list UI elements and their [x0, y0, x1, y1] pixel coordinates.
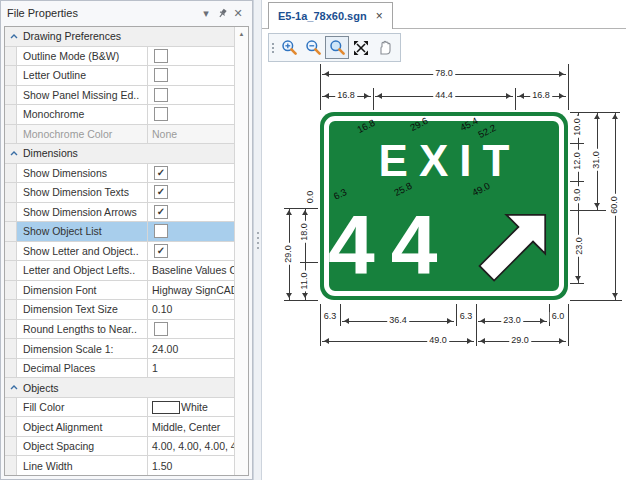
property-row[interactable]: Object AlignmentMiddle, Center [5, 417, 234, 437]
property-grid-rows: Drawing PreferencesOutline Mode (B&W)Let… [5, 27, 234, 475]
section-row[interactable]: Drawing Preferences [5, 27, 234, 47]
property-row[interactable]: Decimal Places1 [5, 359, 234, 379]
panel-splitter[interactable] [253, 0, 262, 480]
row-gutter [5, 359, 17, 378]
property-row[interactable]: Object Spacing4.00, 4.00, 4.00, 4.00 [5, 437, 234, 457]
property-value[interactable]: ✓ [148, 203, 234, 222]
section-label: Dimensions [23, 144, 78, 163]
close-icon[interactable]: ✕ [230, 5, 246, 21]
checkbox-checked[interactable]: ✓ [154, 185, 168, 199]
property-value-text: 0.10 [152, 303, 172, 315]
file-properties-panel: File Properties ▾ ✕ Drawing PreferencesO… [0, 0, 253, 480]
property-value[interactable] [148, 47, 234, 66]
pan-button[interactable] [373, 36, 397, 59]
property-value-text: 4.00, 4.00, 4.00, 4.00 [152, 440, 234, 452]
checkbox-checked[interactable]: ✓ [154, 205, 168, 219]
property-value[interactable]: None [148, 125, 234, 144]
property-row[interactable]: Letter and Object Lefts..Baseline Values… [5, 261, 234, 281]
property-value[interactable]: Highway SignCAD Plu [148, 281, 234, 300]
document-pane: E5-1a_78x60.sgn × [262, 0, 626, 480]
property-row[interactable]: Monochrome ColorNone [5, 125, 234, 145]
property-value[interactable] [148, 86, 234, 105]
scroll-up-icon[interactable]: ▲ [235, 27, 248, 40]
property-value[interactable]: ✓ [148, 242, 234, 261]
property-row[interactable]: Fill ColorWhite [5, 398, 234, 418]
toolbar-grip-icon[interactable] [270, 39, 275, 57]
property-row[interactable]: Line Width1.50 [5, 456, 234, 475]
pin-icon[interactable] [214, 5, 230, 21]
property-value[interactable]: ✓ [148, 164, 234, 183]
property-row[interactable]: Show Dimension Arrows✓ [5, 203, 234, 223]
row-gutter [5, 86, 17, 105]
property-name: Show Panel Missing Ed.. [17, 86, 148, 105]
checkbox-unchecked[interactable] [154, 224, 168, 238]
property-value[interactable]: ✓ [148, 183, 234, 202]
property-value[interactable]: 1 [148, 359, 234, 378]
property-value[interactable]: 0.10 [148, 300, 234, 319]
property-value[interactable] [148, 320, 234, 339]
panel-title: File Properties [7, 7, 198, 19]
property-value-text: Middle, Center [152, 421, 220, 433]
row-gutter [5, 222, 17, 241]
section-row[interactable]: Dimensions [5, 144, 234, 164]
property-row[interactable]: Show Dimension Texts✓ [5, 183, 234, 203]
checkbox-checked[interactable]: ✓ [154, 166, 168, 180]
property-value[interactable] [148, 105, 234, 124]
property-value[interactable] [148, 222, 234, 241]
tab-document[interactable]: E5-1a_78x60.sgn × [268, 2, 393, 29]
property-value-text: Baseline Values On Pa [152, 264, 234, 276]
property-row[interactable]: Dimension FontHighway SignCAD Plu [5, 281, 234, 301]
zoom-in-button[interactable] [277, 36, 301, 59]
row-gutter [5, 339, 17, 358]
collapse-arrow-icon[interactable] [5, 144, 23, 163]
fill-color-swatch[interactable] [152, 401, 180, 414]
property-value[interactable]: Baseline Values On Pa [148, 261, 234, 280]
zoom-in-icon [281, 39, 298, 56]
property-row[interactable]: Monochrome [5, 105, 234, 125]
property-value[interactable]: 1.50 [148, 456, 234, 475]
property-row[interactable]: Round Lengths to Near.. [5, 320, 234, 340]
property-value-text: 1 [152, 362, 158, 374]
property-grid: Drawing PreferencesOutline Mode (B&W)Let… [4, 26, 249, 476]
row-gutter [5, 105, 17, 124]
chevron-down-icon[interactable]: ▾ [198, 5, 214, 21]
property-name: Line Width [17, 456, 148, 475]
property-row[interactable]: Show Panel Missing Ed.. [5, 86, 234, 106]
row-gutter [5, 164, 17, 183]
property-name: Letter Outline [17, 66, 148, 85]
property-name: Monochrome Color [17, 125, 148, 144]
checkbox-unchecked[interactable] [154, 49, 168, 63]
collapse-arrow-icon[interactable] [5, 378, 23, 397]
section-row[interactable]: Objects [5, 378, 234, 398]
checkbox-unchecked[interactable] [154, 107, 168, 121]
row-gutter [5, 66, 17, 85]
row-gutter [5, 456, 17, 475]
property-row[interactable]: Letter Outline [5, 66, 234, 86]
checkbox-unchecked[interactable] [154, 322, 168, 336]
zoom-window-button[interactable] [325, 36, 349, 59]
checkbox-unchecked[interactable] [154, 88, 168, 102]
checkbox-unchecked[interactable] [154, 68, 168, 82]
property-row[interactable]: Show Dimensions✓ [5, 164, 234, 184]
zoom-out-icon [305, 39, 322, 56]
row-gutter [5, 242, 17, 261]
property-row[interactable]: Dimension Text Size0.10 [5, 300, 234, 320]
row-gutter [5, 320, 17, 339]
property-value[interactable]: Middle, Center [148, 417, 234, 436]
property-value[interactable] [148, 66, 234, 85]
property-value[interactable]: White [148, 398, 234, 417]
property-grid-scrollbar[interactable]: ▲ [234, 27, 248, 475]
zoom-extents-button[interactable] [349, 36, 373, 59]
checkbox-checked[interactable]: ✓ [154, 244, 168, 258]
collapse-arrow-icon[interactable] [5, 27, 23, 46]
zoom-window-icon [329, 39, 346, 56]
property-row[interactable]: Show Letter and Object..✓ [5, 242, 234, 262]
property-value[interactable]: 4.00, 4.00, 4.00, 4.00 [148, 437, 234, 456]
tab-close-icon[interactable]: × [376, 10, 383, 22]
property-value[interactable]: 24.00 [148, 339, 234, 358]
property-row[interactable]: Outline Mode (B&W) [5, 47, 234, 67]
property-row[interactable]: Dimension Scale 1:24.00 [5, 339, 234, 359]
property-name: Decimal Places [17, 359, 148, 378]
zoom-out-button[interactable] [301, 36, 325, 59]
property-row[interactable]: Show Object List [5, 222, 234, 242]
